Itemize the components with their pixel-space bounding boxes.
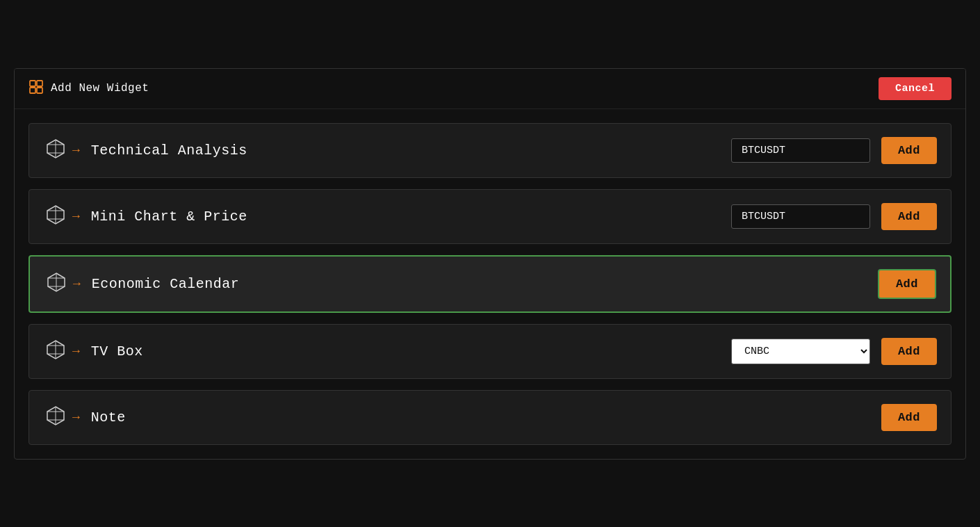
svg-rect-2 (30, 88, 35, 93)
technical-analysis-input[interactable] (731, 138, 870, 163)
cube-icon (43, 202, 68, 231)
widget-row-mini-chart-price: → Mini Chart & Price Add (28, 189, 952, 244)
arrow-icon: → (72, 143, 80, 157)
widget-row-tv-box: → TV Box CNBC Bloomberg Fox Business Reu… (28, 324, 952, 379)
economic-calendar-add-button[interactable]: Add (878, 269, 936, 299)
svg-rect-1 (37, 81, 42, 86)
arrow-icon: → (72, 410, 80, 424)
cube-icon (43, 136, 68, 165)
modal-overlay: Add New Widget Cancel → (0, 0, 980, 527)
widget-name-economic-calendar: Economic Calendar (92, 276, 867, 292)
cube-icon (43, 337, 68, 366)
widget-name-note: Note (91, 410, 870, 425)
widget-icon-group: → (43, 136, 80, 165)
widget-row-technical-analysis: → Technical Analysis Add (28, 123, 952, 178)
widget-icon-group: → (44, 270, 81, 298)
modal-body: → Technical Analysis Add (15, 109, 965, 459)
note-add-button[interactable]: Add (881, 404, 937, 431)
widget-icon-group: → (43, 202, 80, 231)
widget-name-technical-analysis: Technical Analysis (91, 143, 720, 159)
widget-row-economic-calendar: → Economic Calendar Add (28, 255, 952, 313)
tv-box-select[interactable]: CNBC Bloomberg Fox Business Reuters (731, 339, 870, 364)
widget-row-note: → Note Add (28, 390, 952, 445)
widget-name-mini-chart-price: Mini Chart & Price (91, 209, 720, 225)
widget-icon-group: → (43, 403, 80, 432)
cube-icon (43, 403, 68, 432)
mini-chart-price-add-button[interactable]: Add (881, 203, 937, 230)
tv-box-add-button[interactable]: Add (881, 338, 937, 365)
mini-chart-price-input[interactable] (731, 204, 870, 229)
modal-header: Add New Widget Cancel (15, 69, 965, 109)
svg-rect-0 (30, 81, 35, 86)
header-left: Add New Widget (28, 79, 149, 98)
arrow-icon: → (72, 209, 80, 223)
arrow-icon: → (72, 344, 80, 358)
cube-icon (44, 270, 69, 298)
add-widget-modal: Add New Widget Cancel → (14, 68, 966, 460)
widget-icon (28, 79, 44, 98)
cancel-button[interactable]: Cancel (879, 77, 952, 100)
arrow-icon: → (73, 277, 81, 291)
widget-icon-group: → (43, 337, 80, 366)
modal-title: Add New Widget (51, 82, 149, 95)
widget-name-tv-box: TV Box (91, 343, 720, 359)
technical-analysis-add-button[interactable]: Add (881, 137, 937, 164)
svg-rect-3 (37, 88, 42, 93)
